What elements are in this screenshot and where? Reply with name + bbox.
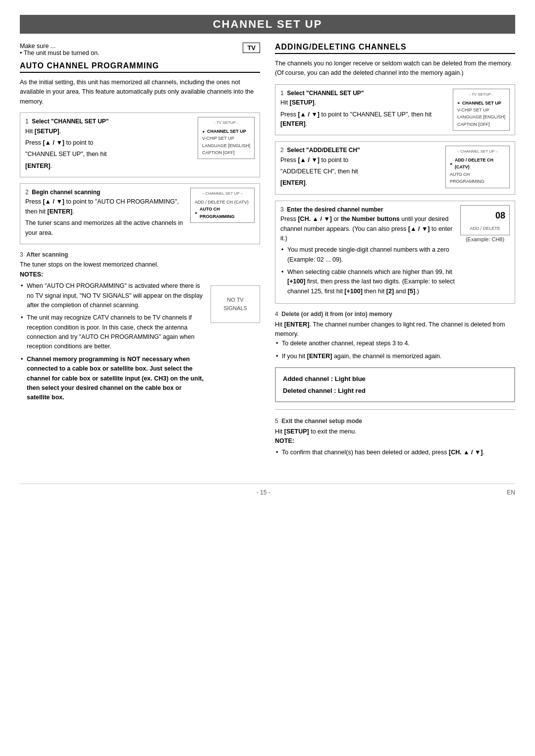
left-step3: 3 After scanning The tuner stops on the …	[20, 250, 260, 406]
right-step3-bullet-1: You must precede single-digit channel nu…	[280, 245, 455, 265]
left-step1-box: 1 Select "CHANNEL SET UP" Hit [SETUP]. P…	[20, 112, 260, 177]
right-step2-menu-title: – CHANNEL SET UP –	[450, 149, 505, 155]
auto-intro: As the initial setting, this unit has me…	[20, 78, 260, 107]
right-step3-box: 3 Enter the desired channel number Press…	[275, 201, 515, 304]
note-item-1: When "AUTO CH PROGRAMMING" is activated …	[20, 281, 206, 310]
left-step2-num: 2	[25, 189, 32, 196]
right-step5-label: 5 Exit the channel setup mode	[275, 417, 515, 426]
footer-lang: EN	[507, 489, 515, 496]
right-step5-note-list: To confirm that channel(s) has been dele…	[275, 448, 515, 457]
left-step1-label: Select "CHANNEL SET UP"	[32, 118, 108, 125]
left-step2-label: Begin channel scanning	[32, 189, 100, 196]
left-step1-menu-item-2: V-CHIP SET UP	[202, 135, 250, 142]
left-column: Make sure ... • The unit must be turned …	[20, 43, 260, 464]
adding-intro: The channels you no longer receive or se…	[275, 59, 515, 78]
notes-list: When "AUTO CH PROGRAMMING" is activated …	[20, 281, 206, 406]
make-sure-content: Make sure ... • The unit must be turned …	[20, 43, 100, 56]
right-step2-menu-item-2: AUTO CH PROGRAMMING	[450, 171, 505, 185]
page-title: CHANNEL SET UP	[20, 15, 515, 34]
right-step2-menu: – CHANNEL SET UP – ADD / DELETE CH (CATV…	[445, 146, 510, 188]
make-sure-row: Make sure ... • The unit must be turned …	[20, 43, 260, 56]
right-step3-bullet-2: When selecting cable channels which are …	[280, 268, 455, 296]
right-step1-content: 1 Select "CHANNEL SET UP" Hit [SETUP]. P…	[280, 89, 448, 131]
tv-badge: TV	[243, 43, 260, 53]
right-step1-menu-item-4: CAPTION [OFF]	[457, 121, 505, 128]
right-step3-screen: 08 ADD / DELETE	[460, 205, 510, 235]
right-step5-note-title: NOTE:	[275, 436, 515, 446]
divider	[275, 409, 515, 410]
right-step4-bullets: To delete another channel, repeat steps …	[275, 339, 515, 361]
left-step1-content: 1 Select "CHANNEL SET UP" Hit [SETUP]. P…	[25, 117, 193, 173]
left-step1-menu-title: - TV SETUP -	[202, 120, 250, 126]
make-sure-label: Make sure ...	[20, 43, 100, 50]
left-step1-num: 1	[25, 118, 32, 125]
right-step4-label: 4 Delete (or add) it from (or into) memo…	[275, 310, 515, 319]
right-step5-note: NOTE: To confirm that channel(s) has bee…	[275, 436, 515, 458]
left-step3-label: 3 After scanning	[20, 250, 260, 260]
left-step1-menu-item-3: LANGUAGE [ENGLISH]	[202, 142, 250, 149]
right-step3-screen-area: 08 ADD / DELETE (Example: CH8)	[460, 205, 510, 242]
right-step4: 4 Delete (or add) it from (or into) memo…	[275, 310, 515, 361]
left-step1-menu: - TV SETUP - CHANNEL SET UP V-CHIP SET U…	[198, 117, 255, 159]
auto-section-title: AUTO CHANNEL PROGRAMMING	[20, 61, 260, 73]
left-step2-menu-item-2: AUTO CH PROGRAMMING	[195, 206, 250, 220]
adding-section-title: ADDING/DELETING CHANNELS	[275, 43, 515, 54]
notes-content: When "AUTO CH PROGRAMMING" is activated …	[20, 281, 260, 406]
right-step4-bullet-1: To delete another channel, repeat steps …	[275, 339, 515, 348]
right-column: ADDING/DELETING CHANNELS The channels yo…	[275, 43, 515, 464]
right-step1-menu-item-3: LANGUAGE [ENGLISH]	[457, 113, 505, 120]
right-step1-menu-item-1: CHANNEL SET UP	[457, 100, 505, 107]
example-label: (Example: CH8)	[466, 236, 504, 242]
channel-legend-box: Added channel : Light blue Deleted chann…	[275, 367, 515, 402]
page-number: - 15 -	[257, 489, 270, 496]
right-step2-label: Select "ADD/DELETE CH"	[287, 147, 360, 154]
right-step1-num: 1	[280, 90, 287, 97]
right-step1-menu-title: - TV SETUP -	[457, 92, 505, 98]
right-step2-menu-item-1: ADD / DELETE CH (CATV)	[450, 157, 505, 171]
note-item-3: Channel memory programming is NOT necess…	[20, 355, 206, 403]
left-step2-content: 2 Begin channel scanning Press [▲ / ▼] t…	[25, 188, 185, 240]
right-step3-num: 3	[280, 206, 287, 213]
right-step1-label: Select "CHANNEL SET UP"	[287, 90, 364, 97]
page-container: CHANNEL SET UP Make sure ... • The unit …	[20, 15, 515, 496]
right-step3-bullets: You must precede single-digit channel nu…	[280, 245, 455, 296]
notes-title: NOTES:	[20, 270, 260, 279]
right-step1-box: 1 Select "CHANNEL SET UP" Hit [SETUP]. P…	[275, 84, 515, 136]
added-channel-label: Added channel : Light blue	[283, 373, 507, 384]
left-step2-box: 2 Begin channel scanning Press [▲ / ▼] t…	[20, 183, 260, 244]
right-step2-num: 2	[280, 147, 287, 154]
left-step1-menu-item-1: CHANNEL SET UP	[202, 128, 250, 135]
signal-box: NO TV SIGNALS	[211, 285, 260, 323]
left-step2-menu: – CHANNEL SET UP – ADD / DELETE CH (CATV…	[190, 188, 255, 223]
right-step4-bullet-2: If you hit [ENTER] again, the channel is…	[275, 352, 515, 361]
right-step2-content: 2 Select "ADD/DELETE CH" Press [▲ / ▼] t…	[280, 146, 440, 190]
right-step3-content: 3 Enter the desired channel number Press…	[280, 205, 455, 299]
right-step3-label: Enter the desired channel number	[287, 206, 383, 213]
right-step1-menu: - TV SETUP - CHANNEL SET UP V-CHIP SET U…	[453, 89, 510, 131]
notes-section: NOTES: When "AUTO CH PROGRAMMING" is act…	[20, 270, 260, 406]
screen-num: 08	[465, 209, 505, 223]
right-step5: 5 Exit the channel setup mode Hit [SETUP…	[275, 417, 515, 458]
left-step2-menu-item-1: ADD / DELETE CH (CATV)	[195, 199, 250, 206]
deleted-channel-label: Deleted channel : Light red	[283, 385, 507, 396]
note-item-2: The unit may recognize CATV channels to …	[20, 313, 206, 352]
make-sure-bullet: • The unit must be turned on.	[20, 50, 100, 56]
right-step2-box: 2 Select "ADD/DELETE CH" Press [▲ / ▼] t…	[275, 141, 515, 195]
page-footer: - 15 - EN	[20, 484, 515, 496]
left-step1-menu-item-4: CAPTION [OFF]	[202, 149, 250, 156]
screen-label: ADD / DELETE	[465, 225, 505, 232]
right-step1-menu-item-2: V-CHIP SET UP	[457, 107, 505, 113]
left-step2-menu-title: – CHANNEL SET UP –	[195, 191, 250, 197]
right-step5-note-item: To confirm that channel(s) has been dele…	[275, 448, 515, 457]
